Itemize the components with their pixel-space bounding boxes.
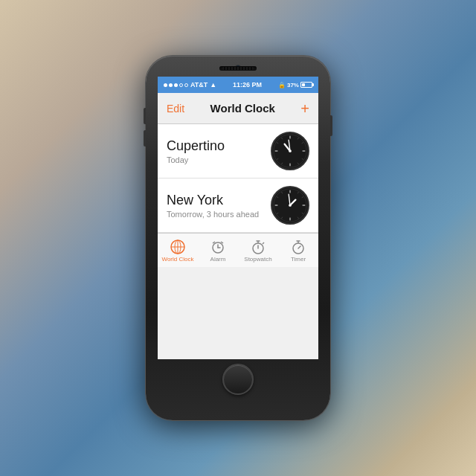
- clock-svg-cupertino: [272, 133, 308, 169]
- clock-city-newyork: New York: [167, 193, 263, 208]
- nav-bar: Edit World Clock +: [158, 93, 318, 124]
- timer-icon: [290, 239, 306, 255]
- carrier-label: AT&T: [190, 81, 208, 89]
- phone-body: AT&T ▲ 11:26 PM 🔒 37% Edit World Clock +: [146, 56, 330, 420]
- lock-icon: 🔒: [278, 82, 286, 89]
- signal-dot-1: [164, 83, 167, 87]
- earpiece-speaker: [219, 66, 257, 71]
- battery-icon: [300, 82, 312, 88]
- tab-world-clock[interactable]: World Clock: [158, 239, 198, 263]
- volume-up-button[interactable]: [144, 108, 146, 124]
- clock-face-cupertino: [271, 132, 309, 170]
- status-bar: AT&T ▲ 11:26 PM 🔒 37%: [158, 77, 318, 93]
- tab-bar: World Clock Alarm: [158, 233, 318, 267]
- signal-dot-4: [179, 83, 183, 87]
- clock-row-cupertino[interactable]: Cupertino Today: [158, 124, 318, 178]
- content-area: Cupertino Today: [158, 124, 318, 233]
- clock-svg-newyork: [272, 187, 308, 223]
- edit-button[interactable]: Edit: [167, 103, 184, 115]
- clock-text-newyork: New York Tomorrow, 3 hours ahead: [167, 193, 263, 219]
- add-clock-button[interactable]: +: [300, 101, 309, 116]
- clock-subtitle-cupertino: Today: [167, 155, 263, 164]
- svg-point-16: [289, 149, 292, 152]
- battery-fill: [302, 83, 305, 86]
- status-left: AT&T ▲: [164, 81, 216, 89]
- signal-dots: [164, 83, 188, 87]
- tab-label-stopwatch: Stopwatch: [244, 256, 271, 263]
- status-time: 11:26 PM: [233, 81, 262, 89]
- tab-label-world-clock: World Clock: [162, 256, 194, 263]
- world-clock-icon: [170, 239, 186, 255]
- clock-face-newyork: [271, 186, 309, 225]
- clock-city-cupertino: Cupertino: [167, 138, 263, 154]
- tab-label-alarm: Alarm: [210, 256, 226, 263]
- phone-screen: AT&T ▲ 11:26 PM 🔒 37% Edit World Clock +: [158, 77, 318, 359]
- phone-device: AT&T ▲ 11:26 PM 🔒 37% Edit World Clock +: [146, 56, 330, 420]
- alarm-icon: [210, 239, 226, 255]
- clock-subtitle-newyork: Tomorrow, 3 hours ahead: [167, 210, 263, 219]
- tab-label-timer: Timer: [291, 256, 306, 263]
- battery-percent: 37%: [287, 82, 299, 89]
- clock-text-cupertino: Cupertino Today: [167, 138, 263, 164]
- status-right: 🔒 37%: [278, 82, 312, 89]
- svg-point-33: [289, 204, 292, 207]
- tab-timer[interactable]: Timer: [278, 239, 318, 263]
- wifi-icon: ▲: [210, 81, 216, 89]
- home-button[interactable]: [222, 364, 254, 395]
- stopwatch-icon: [250, 239, 266, 255]
- tab-alarm[interactable]: Alarm: [198, 239, 238, 263]
- svg-line-47: [263, 242, 264, 244]
- clock-row-newyork[interactable]: New York Tomorrow, 3 hours ahead: [158, 178, 318, 233]
- signal-dot-5: [184, 83, 188, 87]
- power-button[interactable]: [330, 115, 332, 136]
- page-title: World Clock: [210, 102, 275, 115]
- svg-line-49: [298, 246, 300, 248]
- volume-down-button[interactable]: [144, 130, 146, 147]
- tab-stopwatch[interactable]: Stopwatch: [238, 239, 278, 263]
- signal-dot-2: [169, 83, 173, 87]
- signal-dot-3: [174, 83, 178, 87]
